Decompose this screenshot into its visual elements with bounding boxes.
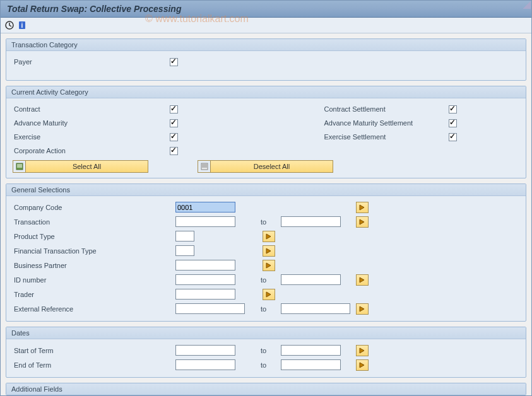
multi-select-company-code[interactable]: [356, 202, 369, 213]
label-to: to: [261, 218, 278, 226]
input-product-type[interactable]: [175, 231, 194, 242]
input-transaction-to[interactable]: [281, 216, 341, 227]
multi-select-end-term[interactable]: [356, 359, 369, 371]
label-to: to: [261, 276, 278, 284]
label-adv-maturity-settlement: Advance Maturity Settlement: [323, 119, 446, 127]
select-all-label: Select All: [26, 163, 148, 170]
input-company-code[interactable]: [175, 202, 235, 213]
label-corporate-action: Corporate Action: [13, 147, 167, 154]
input-id-number-to[interactable]: [281, 274, 341, 285]
label-contract: Contract: [13, 105, 167, 113]
checkbox-adv-maturity-settlement[interactable]: [449, 119, 457, 127]
title-bar: Total Return Swap: Collective Processing: [1, 1, 531, 18]
multi-select-external-ref[interactable]: [356, 303, 369, 315]
input-id-number-from[interactable]: [175, 274, 235, 285]
group-dates: Dates Start of Term to End of Term to: [6, 327, 526, 378]
multi-select-start-term[interactable]: [356, 345, 369, 356]
input-trader[interactable]: [175, 289, 235, 300]
label-company-code: Company Code: [13, 204, 175, 211]
group-title: Additional Fields: [6, 383, 526, 395]
input-transaction-from[interactable]: [175, 216, 235, 227]
group-activity-category: Current Activity Category Contract Advan…: [6, 86, 526, 178]
select-all-icon: [13, 161, 26, 172]
input-external-ref-to[interactable]: [281, 303, 350, 314]
execute-icon[interactable]: [4, 20, 15, 30]
input-fin-trans-type[interactable]: [175, 245, 194, 256]
label-to: to: [261, 347, 278, 354]
label-business-partner: Business Partner: [13, 262, 175, 269]
multi-select-trader[interactable]: [263, 289, 275, 300]
checkbox-payer[interactable]: [170, 58, 178, 66]
checkbox-contract-settlement[interactable]: [449, 105, 457, 114]
label-external-ref: External Reference: [13, 305, 175, 313]
checkbox-contract[interactable]: [170, 105, 178, 114]
label-to: to: [261, 305, 278, 313]
multi-select-id-number[interactable]: [356, 274, 369, 286]
label-exercise-settlement: Exercise Settlement: [323, 133, 446, 141]
toolbar: i: [1, 18, 531, 33]
group-title: Current Activity Category: [6, 86, 526, 98]
label-transaction: Transaction: [13, 218, 175, 226]
corner-fold: [523, 1, 531, 9]
multi-select-transaction[interactable]: [356, 216, 369, 228]
label-start-term: Start of Term: [13, 347, 175, 354]
label-advance-maturity: Advance Maturity: [13, 119, 167, 127]
input-external-ref-from[interactable]: [175, 303, 245, 314]
svg-text:i: i: [21, 22, 23, 29]
multi-select-product-type[interactable]: [263, 231, 275, 242]
label-to: to: [261, 361, 278, 369]
deselect-all-button[interactable]: Deselect All: [198, 160, 333, 173]
input-start-term-from[interactable]: [175, 345, 235, 356]
input-start-term-to[interactable]: [281, 345, 341, 356]
group-title: Dates: [6, 327, 526, 339]
label-product-type: Product Type: [13, 233, 175, 240]
checkbox-advance-maturity[interactable]: [170, 119, 178, 127]
group-general-selections: General Selections Company Code Transact…: [6, 183, 526, 322]
input-end-term-to[interactable]: [281, 359, 341, 370]
label-fin-trans-type: Financial Transaction Type: [13, 247, 175, 255]
label-exercise: Exercise: [13, 133, 167, 141]
label-id-number: ID number: [13, 276, 175, 284]
label-end-term: End of Term: [13, 361, 175, 369]
group-transaction-category: Transaction Category Payer: [6, 38, 526, 81]
group-title: General Selections: [6, 184, 526, 196]
label-trader: Trader: [13, 291, 175, 298]
checkbox-corporate-action[interactable]: [170, 147, 178, 155]
input-business-partner[interactable]: [175, 260, 235, 271]
checkbox-exercise[interactable]: [170, 133, 178, 141]
group-additional-fields: Additional Fields: [6, 383, 526, 395]
deselect-all-label: Deselect All: [211, 163, 333, 170]
label-payer: Payer: [13, 58, 167, 66]
deselect-all-icon: [198, 161, 211, 172]
group-title: Transaction Category: [6, 39, 526, 51]
label-contract-settlement: Contract Settlement: [323, 105, 446, 113]
checkbox-exercise-settlement[interactable]: [449, 133, 457, 141]
input-end-term-from[interactable]: [175, 359, 235, 370]
page-title: Total Return Swap: Collective Processing: [7, 4, 181, 14]
select-all-button[interactable]: Select All: [13, 160, 148, 173]
multi-select-fin-trans-type[interactable]: [263, 245, 275, 257]
info-icon[interactable]: i: [17, 20, 27, 30]
multi-select-business-partner[interactable]: [263, 260, 275, 271]
